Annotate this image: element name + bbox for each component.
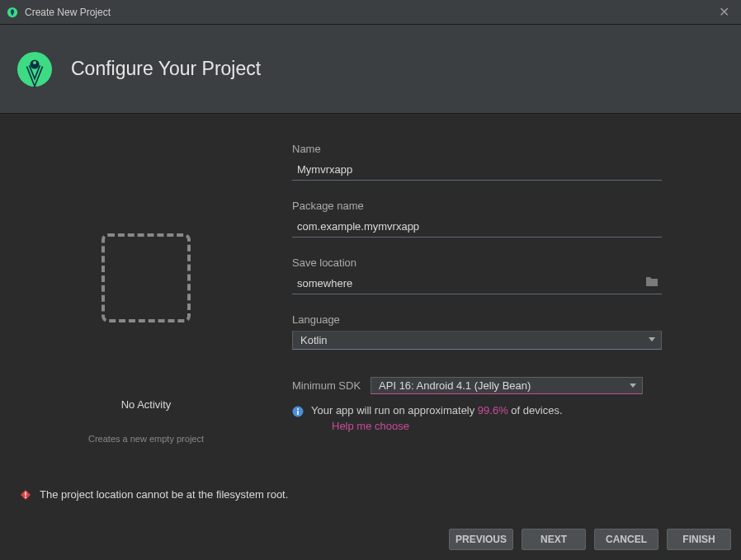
language-label: Language bbox=[292, 313, 705, 326]
name-label: Name bbox=[292, 143, 705, 155]
min-sdk-label: Minimum SDK bbox=[292, 379, 361, 392]
footer: PREVIOUS NEXT CANCEL FINISH bbox=[0, 519, 741, 560]
help-me-choose-link[interactable]: Help me choose bbox=[332, 420, 705, 432]
svg-point-4 bbox=[33, 61, 36, 64]
name-input[interactable] bbox=[292, 160, 662, 181]
next-button[interactable]: NEXT bbox=[522, 529, 586, 550]
header: Configure Your Project bbox=[0, 25, 741, 114]
info-icon bbox=[292, 406, 304, 417]
folder-icon[interactable] bbox=[645, 275, 658, 287]
titlebar: Create New Project ✕ bbox=[0, 0, 741, 25]
error-message-row: The project location cannot be at the fi… bbox=[20, 488, 288, 501]
svg-rect-7 bbox=[297, 411, 299, 415]
template-name: No Activity bbox=[121, 398, 172, 411]
form-panel: Name Package name Save location Language… bbox=[292, 143, 705, 477]
svg-rect-9 bbox=[25, 492, 26, 496]
app-icon bbox=[7, 7, 18, 18]
svg-point-10 bbox=[25, 496, 26, 498]
sdk-coverage-percent: 99.6% bbox=[478, 404, 508, 416]
android-studio-logo bbox=[17, 51, 53, 87]
window-title: Create New Project bbox=[25, 7, 111, 18]
template-description: Creates a new empty project bbox=[88, 434, 204, 444]
svg-point-6 bbox=[297, 408, 299, 410]
cancel-button[interactable]: CANCEL bbox=[594, 529, 658, 550]
save-location-input[interactable] bbox=[292, 274, 662, 294]
activity-placeholder-icon bbox=[101, 233, 191, 322]
previous-button[interactable]: PREVIOUS bbox=[449, 529, 513, 550]
package-name-input[interactable] bbox=[292, 217, 662, 238]
min-sdk-select[interactable]: API 16: Android 4.1 (Jelly Bean) bbox=[370, 377, 643, 394]
template-preview-panel: No Activity Creates a new empty project bbox=[0, 143, 292, 477]
language-select[interactable]: Kotlin bbox=[292, 331, 662, 350]
close-button[interactable]: ✕ bbox=[714, 2, 734, 21]
page-title: Configure Your Project bbox=[71, 58, 261, 80]
error-icon bbox=[20, 489, 31, 501]
save-location-label: Save location bbox=[292, 256, 705, 269]
error-text: The project location cannot be at the fi… bbox=[40, 488, 288, 501]
finish-button[interactable]: FINISH bbox=[667, 529, 731, 550]
package-name-label: Package name bbox=[292, 200, 705, 212]
sdk-coverage-text: Your app will run on approximately 99.6%… bbox=[311, 404, 563, 416]
